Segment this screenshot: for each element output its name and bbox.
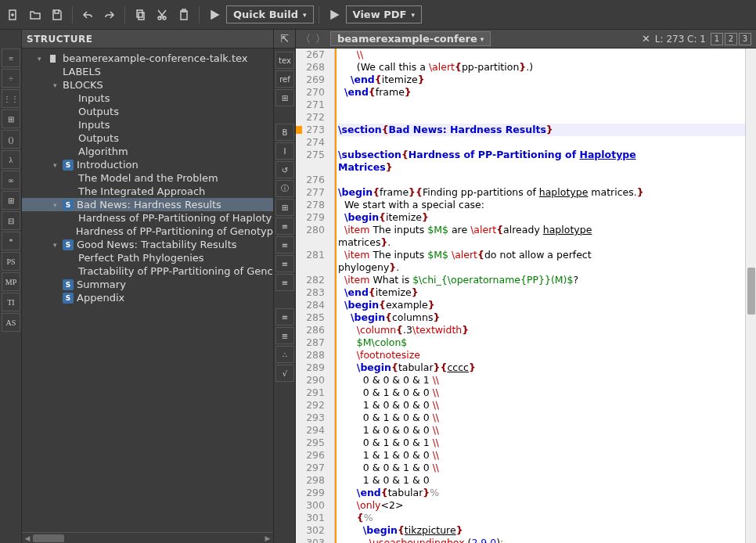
tool-button[interactable]: B <box>275 124 294 141</box>
nav-back-button[interactable]: 〈 <box>301 32 311 46</box>
tool-button[interactable]: ⊞ <box>275 89 294 106</box>
structure-tree[interactable]: ▾beamerexample-conference-talk.texLABELS… <box>22 49 273 532</box>
collapse-panel-button[interactable]: ⇱ <box>277 31 293 47</box>
symbol-button[interactable]: ÷ <box>2 69 20 88</box>
tool-button[interactable]: ≡ <box>275 274 294 291</box>
tool-button[interactable]: ⓘ <box>275 180 294 197</box>
symbol-button[interactable]: () <box>2 130 20 149</box>
view-button[interactable] <box>324 5 344 25</box>
undo-button[interactable] <box>77 5 98 25</box>
cut-button[interactable] <box>152 5 172 25</box>
tool-button[interactable]: ⊞ <box>275 199 294 216</box>
code-line[interactable]: \begin{example} <box>338 299 745 311</box>
code-line[interactable]: \item The inputs $M$ \alert{do not allow… <box>338 249 745 261</box>
symbol-button[interactable]: λ <box>2 150 20 169</box>
code-line[interactable]: \\ <box>338 49 745 61</box>
pane-button-1[interactable]: 1 <box>711 33 723 45</box>
quick-build-dropdown[interactable]: Quick Build <box>226 5 314 23</box>
view-pdf-dropdown[interactable]: View PDF <box>346 5 422 23</box>
symbol-button[interactable]: ⊞ <box>2 191 20 210</box>
tool-button[interactable]: I <box>275 142 294 160</box>
redo-button[interactable] <box>99 5 120 25</box>
tree-item[interactable]: ▾BLOCKS <box>22 78 273 92</box>
code-line[interactable] <box>338 136 745 149</box>
nav-forward-button[interactable]: 〉 <box>315 32 326 46</box>
filename-dropdown[interactable]: beamerexample-confere <box>330 31 491 46</box>
code-line[interactable]: matrices}. <box>338 236 745 249</box>
scroll-right-icon[interactable]: ▶ <box>262 533 273 543</box>
tool-button[interactable]: ≡ <box>275 255 294 272</box>
tree-item[interactable]: Inputs <box>22 92 273 105</box>
code-area[interactable]: 2672682692702712722732742752762772782792… <box>296 49 756 543</box>
code-line[interactable]: 1 & 0 & 1 & 0 <box>338 474 745 487</box>
tree-item[interactable]: The Integrated Approach <box>22 185 273 198</box>
code-line[interactable]: \end{itemize} <box>338 74 745 86</box>
code-line[interactable] <box>338 174 745 186</box>
tool-button[interactable]: √ <box>275 365 294 382</box>
symbol-button[interactable]: AS <box>2 313 20 332</box>
code-line[interactable]: \only<2> <box>338 499 745 512</box>
code-line[interactable]: 1 & 0 & 0 & 0 \\ <box>338 424 745 437</box>
pane-button-2[interactable]: 2 <box>725 33 737 45</box>
symbol-button[interactable]: ⋮⋮ <box>2 89 20 108</box>
code-line[interactable]: \column{.3\textwidth} <box>338 324 745 336</box>
tree-item[interactable]: Perfect Path Phylogenies <box>22 251 273 264</box>
code-line[interactable]: 1 & 0 & 0 & 0 \\ <box>338 399 745 412</box>
code-line[interactable]: \begin{tikzpicture} <box>338 524 745 537</box>
code-line[interactable]: \section{Bad News: Hardness Results} <box>338 124 745 136</box>
editor-v-scrollbar[interactable] <box>745 49 756 543</box>
new-file-button[interactable] <box>3 5 23 25</box>
structure-h-scrollbar[interactable]: ◀ ▶ <box>22 532 273 543</box>
code-line[interactable]: 1 & 1 & 0 & 0 \\ <box>338 449 745 462</box>
code-line[interactable]: Matrices} <box>338 161 745 174</box>
copy-button[interactable] <box>130 5 150 25</box>
close-tab-button[interactable]: ✕ <box>642 33 650 45</box>
code-line[interactable]: \item What is $\chi_{\operatorname{PP}}(… <box>338 274 745 286</box>
tree-item[interactable]: ▾SGood News: Tractability Results <box>22 238 273 251</box>
code-line[interactable]: 0 & 1 & 0 & 0 \\ <box>338 387 745 399</box>
tree-item[interactable]: Inputs <box>22 118 273 131</box>
pane-button-3[interactable]: 3 <box>739 33 751 45</box>
code-line[interactable]: 0 & 1 & 0 & 0 \\ <box>338 412 745 424</box>
tool-button[interactable]: ∴ <box>275 346 294 363</box>
symbol-button[interactable]: TI <box>2 293 20 311</box>
tree-item[interactable]: Outputs <box>22 131 273 145</box>
code-line[interactable]: \end{tabular}% <box>338 487 745 499</box>
symbol-button[interactable]: ≡ <box>2 49 20 67</box>
open-file-button[interactable] <box>25 5 45 25</box>
code-line[interactable]: \item The inputs $M$ are \alert{already … <box>338 224 745 236</box>
symbol-button[interactable]: ⊞ <box>2 110 20 128</box>
tree-item[interactable]: ▾SBad News: Hardness Results <box>22 198 273 211</box>
tree-item[interactable]: Algorithm <box>22 145 273 158</box>
tree-item[interactable]: The Model and the Problem <box>22 171 273 185</box>
tool-button[interactable]: ref <box>275 70 294 88</box>
tool-button[interactable]: ≣ <box>275 327 294 344</box>
tree-item[interactable]: SAppendix <box>22 291 273 304</box>
code-line[interactable]: \begin{tabular}{cccc} <box>338 361 745 374</box>
tree-item[interactable]: LABELS <box>22 65 273 78</box>
code-line[interactable]: \subsection{Hardness of PP-Partitioning … <box>338 149 745 161</box>
symbol-button[interactable]: MP <box>2 272 20 291</box>
tree-item[interactable]: Hardness of PP-Partitioning of Haploty <box>22 211 273 225</box>
scroll-thumb[interactable] <box>33 534 64 542</box>
tree-item[interactable]: Hardness of PP-Partitioning of Genotyp <box>22 225 273 238</box>
code-line[interactable]: 0 & 0 & 0 & 1 \\ <box>338 374 745 387</box>
code-line[interactable]: \begin{columns} <box>338 311 745 324</box>
code-line[interactable] <box>338 111 745 124</box>
code-line[interactable]: We start with a special case: <box>338 199 745 211</box>
symbol-button[interactable]: ⊟ <box>2 211 20 230</box>
symbol-button[interactable]: PS <box>2 252 20 271</box>
symbol-button[interactable]: ∞ <box>2 171 20 189</box>
code-line[interactable]: phylogeny}. <box>338 261 745 274</box>
code-line[interactable]: \footnotesize <box>338 349 745 361</box>
symbol-button[interactable]: * <box>2 232 20 250</box>
run-button[interactable] <box>204 5 225 25</box>
tree-item[interactable]: ▾beamerexample-conference-talk.tex <box>22 52 273 65</box>
code-line[interactable]: (We call this a \alert{pp-partition}.) <box>338 61 745 74</box>
code-line[interactable]: \begin{itemize} <box>338 211 745 224</box>
scroll-thumb[interactable] <box>747 268 755 315</box>
tool-button[interactable]: ↺ <box>275 161 294 178</box>
code-line[interactable] <box>338 99 745 111</box>
tool-button[interactable]: ≡ <box>275 236 294 254</box>
tool-button[interactable]: tex <box>275 52 294 69</box>
